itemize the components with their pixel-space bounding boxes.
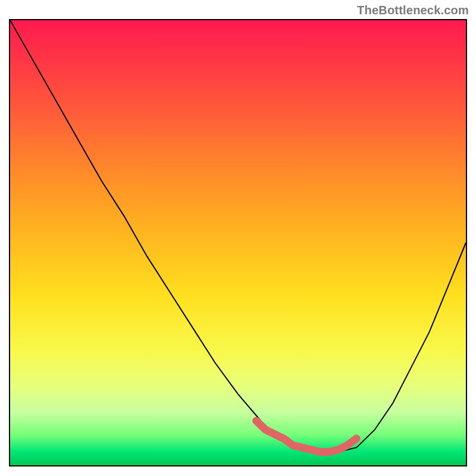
plot-area bbox=[9, 19, 467, 466]
sweet-spot-band bbox=[256, 421, 357, 452]
bottleneck-curve bbox=[10, 20, 466, 452]
chart-container: TheBottleneck.com bbox=[0, 0, 476, 476]
chart-svg bbox=[10, 20, 466, 465]
attribution-text: TheBottleneck.com bbox=[357, 4, 469, 17]
